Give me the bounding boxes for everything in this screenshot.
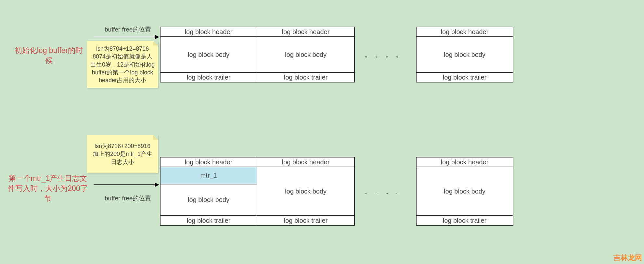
blocks-row-init: log block header log block body log bloc… bbox=[160, 27, 513, 82]
note-init: lsn为8704+12=87168074是初始值就像是人出生0岁，12是初始化l… bbox=[87, 41, 158, 88]
log-block: log block header log block body log bloc… bbox=[416, 27, 513, 82]
log-block: log block header log block body log bloc… bbox=[160, 27, 257, 82]
block-trailer: log block trailer bbox=[257, 215, 354, 225]
blocks-row-mtr1: log block header mtr_1 log block body lo… bbox=[160, 157, 513, 226]
arrow-label-mtr1: buffer free的位置 bbox=[105, 194, 151, 203]
block-body: log block body bbox=[417, 167, 513, 215]
block-trailer: log block trailer bbox=[161, 72, 257, 82]
block-mtr: mtr_1 bbox=[161, 167, 257, 184]
block-body: log block body bbox=[161, 184, 257, 215]
block-trailer: log block trailer bbox=[417, 215, 513, 225]
block-trailer: log block trailer bbox=[161, 215, 257, 225]
log-block: log block header log block body log bloc… bbox=[257, 27, 355, 82]
block-header: log block header bbox=[257, 157, 354, 167]
block-header: log block header bbox=[257, 27, 354, 37]
watermark: 吉林龙网 bbox=[613, 253, 642, 263]
block-header: log block header bbox=[161, 157, 257, 167]
arrow-mtr1 bbox=[94, 184, 159, 185]
block-body: log block body bbox=[257, 37, 354, 72]
ellipsis: 。。。。 bbox=[355, 50, 416, 59]
block-header: log block header bbox=[161, 27, 257, 37]
block-trailer: log block trailer bbox=[417, 72, 513, 82]
label-mtr1: 第一个mtr_1产生日志文件写入时，大小为200字节 bbox=[7, 173, 88, 204]
block-body: log block body bbox=[417, 37, 513, 72]
block-body: log block body bbox=[161, 37, 257, 72]
block-trailer: log block trailer bbox=[257, 72, 354, 82]
block-body: log block body bbox=[257, 167, 354, 215]
arrow-label-init: buffer free的位置 bbox=[105, 25, 151, 34]
block-header: log block header bbox=[417, 157, 513, 167]
log-block: log block header log block body log bloc… bbox=[416, 157, 513, 226]
ellipsis: 。。。。 bbox=[355, 186, 416, 196]
log-block: log block header log block body log bloc… bbox=[257, 157, 355, 226]
label-init: 初始化log buffer的时候 bbox=[13, 45, 84, 66]
arrow-init bbox=[94, 37, 159, 37]
note-mtr1: lsn为8716+200=8916加上的200是mtr_1产生日志大小 bbox=[87, 135, 158, 173]
log-block: log block header mtr_1 log block body lo… bbox=[160, 157, 257, 226]
block-header: log block header bbox=[417, 27, 513, 37]
